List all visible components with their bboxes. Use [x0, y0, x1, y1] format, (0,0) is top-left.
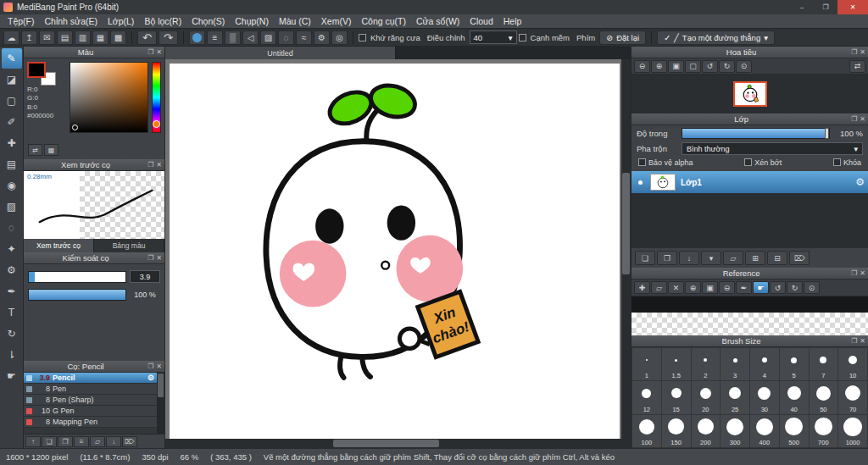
add-layer-icon[interactable]: ❏	[635, 251, 655, 265]
tab-brush-preview[interactable]: Xem trước cọ	[24, 239, 94, 252]
tab-untitled[interactable]: Untitled	[165, 47, 396, 59]
select-pen-tool[interactable]: ✐	[2, 112, 22, 132]
zoom-out-icon[interactable]: ⊖	[634, 60, 650, 73]
brush-shape-icon[interactable]	[189, 30, 205, 45]
brush-size-option[interactable]: 100	[632, 415, 661, 447]
close-icon[interactable]: ✕	[156, 161, 162, 169]
popout-icon[interactable]: ❐	[851, 269, 857, 277]
flip-view-icon[interactable]: ⇄	[849, 60, 865, 73]
navigator-thumbnail[interactable]	[733, 81, 767, 107]
magic-wand-tool[interactable]: ✦	[2, 239, 22, 259]
brush-size-option[interactable]: 150	[662, 415, 691, 447]
brush-up-icon[interactable]: ↑	[25, 436, 41, 447]
grid-icon[interactable]: ▩	[110, 30, 126, 45]
eyedropper-icon[interactable]: ✒	[736, 281, 752, 294]
duplicate-layer-icon[interactable]: ❐	[657, 251, 677, 265]
brush-size-value[interactable]: 3.9	[130, 270, 160, 283]
target-icon[interactable]: ◎	[331, 30, 348, 45]
gradient-tool[interactable]: ▨	[2, 197, 22, 217]
canvas[interactable]: Xin chào!	[170, 64, 620, 439]
curve-icon[interactable]: ≈	[296, 30, 312, 45]
add-folder-icon[interactable]: ▱	[723, 251, 743, 265]
brush-size-option[interactable]: 25	[721, 381, 749, 413]
brush-size-option[interactable]: 30	[750, 381, 779, 413]
scrollbar-thumb[interactable]	[622, 173, 630, 274]
hand-icon[interactable]: ☛	[753, 281, 769, 294]
blend-mode-dropdown[interactable]: Bình thường ▾	[682, 142, 863, 155]
reset-view-icon[interactable]: ⊙	[736, 60, 752, 73]
brush-size-option[interactable]: 500	[780, 415, 809, 447]
rotate-ccw-icon[interactable]: ↺	[770, 281, 786, 294]
menu-cloud[interactable]: Cloud	[465, 15, 498, 27]
brush-opacity-slider[interactable]	[28, 289, 126, 301]
canvas-viewport[interactable]: Xin chào!	[165, 59, 631, 439]
sv-marker[interactable]	[72, 125, 78, 130]
combine-layer-icon[interactable]: ⊞	[745, 251, 765, 265]
hue-marker[interactable]	[153, 120, 160, 128]
layer-settings-icon[interactable]: ⚙	[855, 176, 865, 188]
navigator-preview-area[interactable]	[632, 75, 868, 113]
rotate-tool[interactable]: ↻	[2, 324, 22, 344]
brush-folder-icon[interactable]: ▱	[90, 436, 105, 447]
menu-capture[interactable]: Chụp(N)	[230, 15, 274, 27]
close-icon[interactable]: ✕	[860, 269, 865, 277]
pattern-icon[interactable]: ▨	[260, 30, 276, 45]
open-reference-icon[interactable]: ▱	[651, 281, 667, 294]
brush-size-option[interactable]: 7	[810, 348, 838, 380]
protect-alpha-checkbox[interactable]	[638, 158, 646, 166]
zoom-in-icon[interactable]: ⊕	[651, 60, 667, 73]
scrollbar-thumb[interactable]	[333, 440, 439, 447]
brush-size-option[interactable]: 20	[692, 381, 721, 413]
close-icon[interactable]: ✕	[860, 115, 865, 123]
close-icon[interactable]: ✕	[156, 48, 162, 56]
layer-opacity-slider[interactable]	[682, 128, 830, 139]
close-button[interactable]: ✕	[837, 0, 868, 14]
horizontal-scrollbar[interactable]	[165, 439, 631, 448]
brush-size-option[interactable]: 1000	[838, 415, 867, 447]
brush-menu-icon[interactable]: ≡	[74, 436, 89, 447]
menu-window[interactable]: Cửa sổ(W)	[411, 15, 465, 27]
delete-brush-icon[interactable]: ⌦	[122, 436, 137, 447]
lock-option[interactable]: Khóa	[833, 158, 861, 167]
layer-visibility-icon[interactable]	[635, 180, 645, 185]
layer-menu-icon[interactable]: ▾	[701, 251, 721, 265]
saturation-value-picker[interactable]	[70, 62, 148, 133]
antialias-checkbox[interactable]	[359, 34, 366, 42]
pages-icon[interactable]: ▥	[75, 30, 91, 45]
rotate-cw-icon[interactable]: ↻	[719, 60, 735, 73]
fit-icon[interactable]: ▣	[702, 281, 718, 294]
screentone-icon[interactable]: ▒	[225, 30, 241, 45]
dashed-circle-icon[interactable]: ◌	[278, 30, 294, 45]
brush-item-mapping-pen[interactable]: 8 Mapping Pen	[24, 417, 157, 428]
rotate-cw-icon[interactable]: ↻	[787, 281, 803, 294]
lasso-tool[interactable]: ◌	[2, 218, 22, 238]
zoom-in-icon[interactable]: ⊕	[685, 281, 701, 294]
brush-item-pen[interactable]: 8 Pen	[24, 384, 157, 395]
clipping-checkbox[interactable]	[744, 158, 752, 166]
zoom-out-icon[interactable]: ⊖	[719, 281, 735, 294]
maximize-button[interactable]: ❐	[814, 0, 837, 14]
flatten-layer-icon[interactable]: ⊟	[767, 251, 787, 265]
lock-checkbox[interactable]	[833, 158, 841, 166]
brush-size-option[interactable]: 12	[632, 381, 661, 413]
line-tool-dropdown[interactable]: ✓ ╱ Tạo một đường thẳng ▾	[657, 30, 775, 45]
cloud-icon[interactable]: ☁	[3, 30, 19, 45]
vertical-scrollbar[interactable]	[621, 59, 631, 439]
undo-button[interactable]: ↶	[137, 30, 157, 45]
close-reference-icon[interactable]: ✕	[668, 281, 684, 294]
eraser-tool[interactable]: ◪	[2, 69, 22, 90]
minimize-button[interactable]: –	[790, 0, 814, 14]
close-icon[interactable]: ✕	[860, 337, 865, 345]
note-icon[interactable]: ▤	[57, 30, 73, 45]
eyedropper-tool[interactable]: ⇂	[2, 345, 22, 365]
foreground-color-swatch[interactable]	[27, 62, 46, 78]
hand-tool[interactable]: ☛	[2, 366, 22, 386]
text-tool[interactable]: T	[2, 302, 22, 323]
menu-tools[interactable]: Công cụ(T)	[356, 15, 411, 27]
brush-settings-icon[interactable]: ⚙	[314, 30, 330, 45]
menu-color[interactable]: Màu (C)	[274, 15, 316, 27]
pen-tool[interactable]: ✒	[2, 281, 22, 302]
menu-filter[interactable]: Bộ lọc(R)	[139, 15, 186, 27]
menu-help[interactable]: Help	[498, 15, 527, 27]
brush-list-scrollbar[interactable]	[157, 373, 164, 434]
